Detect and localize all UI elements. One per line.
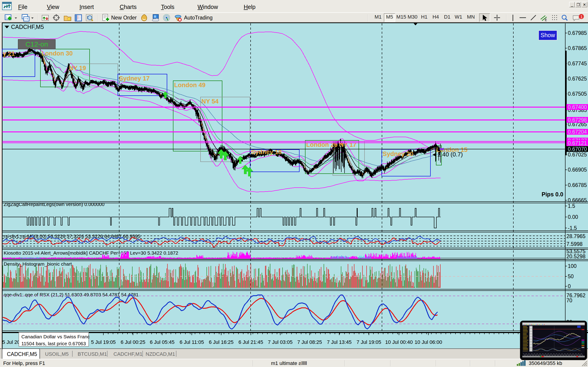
- svg-text:0.67745: 0.67745: [568, 60, 587, 67]
- svg-text:7.5998: 7.5998: [566, 241, 582, 247]
- svg-text:1.5: 1.5: [568, 203, 575, 209]
- svg-text:Sydney 17: Sydney 17: [119, 75, 150, 82]
- svg-text:6 Jul 21:45: 6 Jul 21:45: [238, 339, 263, 345]
- svg-text:0.67400: 0.67400: [568, 104, 587, 110]
- svg-text:Show: Show: [541, 32, 555, 38]
- svg-text:0.67625: 0.67625: [568, 76, 587, 82]
- svg-text:CADCHF,M5: CADCHF,M5: [11, 24, 44, 30]
- svg-text:0.66905: 0.66905: [568, 167, 587, 173]
- svg-text:0.67070: 0.67070: [568, 146, 587, 152]
- svg-text:7 Jul 13:45: 7 Jul 13:45: [327, 339, 352, 345]
- svg-text:ZigZagCallRepaintLegs(own vers: ZigZagCallRepaintLegs(own version) 0.000…: [4, 202, 104, 207]
- svg-text:20.5298: 20.5298: [566, 253, 586, 259]
- svg-text:100: 100: [568, 263, 577, 269]
- svg-text:0.00: 0.00: [568, 214, 578, 220]
- svg-text:28.7965: 28.7965: [566, 233, 586, 239]
- svg-text:0.67985: 0.67985: [568, 30, 587, 36]
- svg-text:6 Jul 16:25: 6 Jul 16:25: [209, 339, 233, 345]
- svg-text:0.67865: 0.67865: [568, 45, 587, 51]
- svg-text:0.66665: 0.66665: [568, 197, 587, 203]
- svg-text:50: 50: [568, 273, 574, 279]
- svg-text:Pips 0.0: Pips 0.0: [542, 191, 563, 198]
- svg-text:0.67121: 0.67121: [568, 140, 587, 146]
- svg-text:0.67298: 0.67298: [568, 117, 587, 123]
- svg-text:qqe-div1: qqe of RSX (21,2) 51: qqe-div1: qqe of RSX (21,2) 51.6303 49.8…: [4, 292, 138, 297]
- svg-text:0.67025: 0.67025: [568, 152, 587, 158]
- svg-text:Sydney 20: Sydney 20: [383, 150, 414, 157]
- svg-text:London 49: London 49: [174, 82, 206, 89]
- svg-text:7 Jul 03:05: 7 Jul 03:05: [268, 339, 293, 345]
- svg-text:0.66785: 0.66785: [568, 182, 587, 188]
- svg-text:NY 19: NY 19: [69, 65, 86, 72]
- svg-text:7 Jul 19:05: 7 Jul 19:05: [356, 339, 381, 345]
- svg-text:◄1.40 (0.7): ◄1.40 (0.7): [431, 151, 463, 158]
- svg-text:0.67505: 0.67505: [568, 91, 587, 97]
- svg-text:NY 54: NY 54: [201, 98, 219, 105]
- svg-text:7 Jul 08:25: 7 Jul 08:25: [297, 339, 322, 345]
- svg-text:5 Jul 19:05: 5 Jul 19:05: [91, 339, 116, 345]
- svg-text:Sydney 18: Sydney 18: [251, 149, 282, 156]
- svg-text:0.67204: 0.67204: [568, 129, 587, 135]
- svg-text:6 Jul 00:25: 6 Jul 00:25: [121, 339, 145, 345]
- svg-text:0: 0: [568, 283, 571, 289]
- svg-text:70: 70: [566, 298, 572, 303]
- svg-text:10 Jul 06:00: 10 Jul 06:00: [415, 339, 442, 345]
- svg-text:6 Jul 11:05: 6 Jul 11:05: [180, 339, 204, 345]
- svg-text:C12-on: C12-on: [26, 40, 48, 48]
- svg-text:-1.5: -1.5: [568, 225, 577, 231]
- svg-text:10 Jul 00:40: 10 Jul 00:40: [385, 339, 413, 345]
- svg-text:rsi-div1:rsi-M5(8.00) 53.3226: rsi-div1:rsi-M5(8.00) 53.3226 57.3226 53…: [4, 234, 140, 239]
- svg-text:6 Jul 05:45: 6 Jul 05:45: [150, 339, 174, 345]
- svg-text:Density_Histogram_bionic chart: Density_Histogram_bionic chart: [4, 261, 72, 267]
- svg-text:y 21: y 21: [3, 50, 15, 57]
- svg-text:London 30: London 30: [41, 50, 73, 57]
- svg-text:Kiosotto 2015 v4 Alert_Arrows[: Kiosotto 2015 v4 Alert_Arrows[mobidik] C…: [4, 250, 178, 256]
